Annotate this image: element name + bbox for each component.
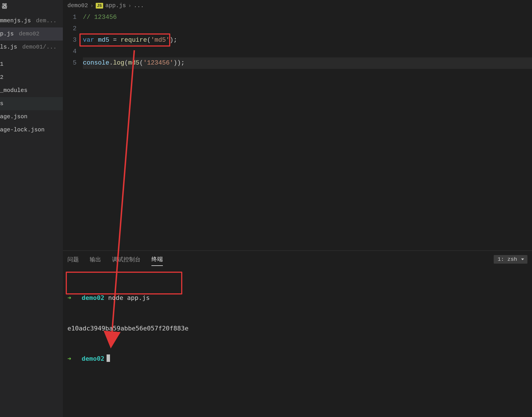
file-folder: demo01/... xyxy=(22,44,57,50)
terminal-line: e10adc3949ba59abbe56e057f20f883e xyxy=(67,323,527,334)
token-punctuation: . xyxy=(109,59,113,67)
token-punctuation: ( xyxy=(139,59,143,67)
open-editor-file[interactable]: p.js demo02 xyxy=(0,27,63,41)
chevron-right-icon: › xyxy=(90,3,93,9)
file-name: ls.js xyxy=(0,44,17,50)
breadcrumb-segment[interactable]: ... xyxy=(134,2,144,9)
token-string: '123456' xyxy=(143,59,173,67)
token-function: log xyxy=(113,59,125,67)
chevron-right-icon: › xyxy=(128,3,131,9)
token-punctuation: ; xyxy=(181,59,185,67)
tree-label: age-lock.json xyxy=(0,127,45,133)
tree-label: 1 xyxy=(0,61,3,67)
code-line[interactable] xyxy=(83,46,532,57)
token-punctuation: ) xyxy=(173,59,177,67)
token-punctuation: ) xyxy=(177,59,181,67)
token-function: require xyxy=(121,37,147,44)
file-name: p.js xyxy=(0,31,14,37)
code-line[interactable]: // 123456 xyxy=(83,12,532,23)
prompt-arrow-icon: ➜ xyxy=(67,355,71,362)
code-editor[interactable]: 1 2 3 4 5 // 123456 var md5 = require('m… xyxy=(63,11,532,250)
js-file-icon: JS xyxy=(96,3,103,9)
token-object: console xyxy=(83,59,109,67)
line-number: 5 xyxy=(63,57,77,69)
token-function: md5 xyxy=(128,59,139,67)
line-number: 4 xyxy=(63,46,77,57)
file-name: mmenjs.js xyxy=(0,17,31,24)
tab-terminal[interactable]: 终端 xyxy=(151,253,163,266)
tree-label: age.json xyxy=(0,113,27,120)
code-line[interactable] xyxy=(83,23,532,35)
sidebar-header-fragment: 器 xyxy=(0,1,63,14)
line-number: 2 xyxy=(63,23,77,35)
line-number: 3 xyxy=(63,35,77,46)
token-keyword: var xyxy=(83,37,94,44)
terminal-shell-select[interactable]: 1: zsh xyxy=(494,255,527,264)
bottom-panel: 问题 输出 调试控制台 终端 1: zsh ➜ demo02 node app.… xyxy=(63,250,532,417)
breadcrumb-segment[interactable]: app.js xyxy=(105,2,126,9)
code-content[interactable]: // 123456 var md5 = require('md5'); cons… xyxy=(83,12,532,250)
tree-label: _modules xyxy=(0,87,27,94)
prompt-arrow-icon: ➜ xyxy=(67,294,71,301)
terminal-line: ➜ demo02 node app.js xyxy=(67,293,527,303)
editor-area: demo02 › JS app.js › ... 1 2 3 4 5 // 12… xyxy=(63,0,532,417)
line-number-gutter: 1 2 3 4 5 xyxy=(63,12,83,250)
tree-item[interactable]: age.json xyxy=(0,110,63,123)
code-line[interactable]: var md5 = require('md5'); xyxy=(83,35,532,46)
terminal-shell-label: 1: zsh xyxy=(498,256,517,262)
terminal-cwd: demo02 xyxy=(82,355,104,362)
breadcrumb[interactable]: demo02 › JS app.js › ... xyxy=(63,0,532,11)
line-number: 1 xyxy=(63,12,77,23)
panel-tabs: 问题 输出 调试控制台 终端 xyxy=(67,253,163,266)
tree-item[interactable]: _modules xyxy=(0,84,63,97)
sidebar: 器 mmenjs.js dem... p.js demo02 ls.js dem… xyxy=(0,0,63,417)
open-editor-file[interactable]: ls.js demo01/... xyxy=(0,41,63,54)
tab-problems[interactable]: 问题 xyxy=(67,253,79,266)
token-punctuation: ( xyxy=(124,59,128,67)
terminal-output: e10adc3949ba59abbe56e057f20f883e xyxy=(67,325,189,332)
tree-item[interactable]: 1 xyxy=(0,58,63,71)
annotation-highlight-box xyxy=(66,272,182,294)
token-punctuation: ; xyxy=(173,37,177,44)
tab-output[interactable]: 输出 xyxy=(90,253,101,266)
terminal[interactable]: ➜ demo02 node app.js e10adc3949ba59abbe5… xyxy=(67,273,527,414)
tree-label: 2 xyxy=(0,74,3,81)
tree-item[interactable]: s xyxy=(0,97,63,110)
terminal-cursor xyxy=(107,354,110,362)
token-comment: // 123456 xyxy=(83,14,117,21)
file-folder: demo02 xyxy=(19,31,39,37)
token-operator: = xyxy=(109,37,121,44)
file-folder: dem... xyxy=(36,17,57,24)
token-punctuation: ( xyxy=(147,37,151,44)
tab-debug-console[interactable]: 调试控制台 xyxy=(112,253,141,266)
token-string: 'md5' xyxy=(151,37,170,44)
code-line[interactable]: console.log(md5('123456')); xyxy=(83,57,532,69)
terminal-command: node app.js xyxy=(108,294,150,301)
token-variable: md5 xyxy=(98,37,109,44)
tree-item[interactable]: age-lock.json xyxy=(0,123,63,137)
open-editor-file[interactable]: mmenjs.js dem... xyxy=(0,14,63,27)
tree-item[interactable]: 2 xyxy=(0,71,63,84)
token-punctuation: ) xyxy=(170,37,173,44)
tree-label: s xyxy=(0,100,3,107)
terminal-cwd: demo02 xyxy=(82,294,104,301)
breadcrumb-segment[interactable]: demo02 xyxy=(67,2,88,9)
terminal-line: ➜ demo02 xyxy=(67,354,527,364)
